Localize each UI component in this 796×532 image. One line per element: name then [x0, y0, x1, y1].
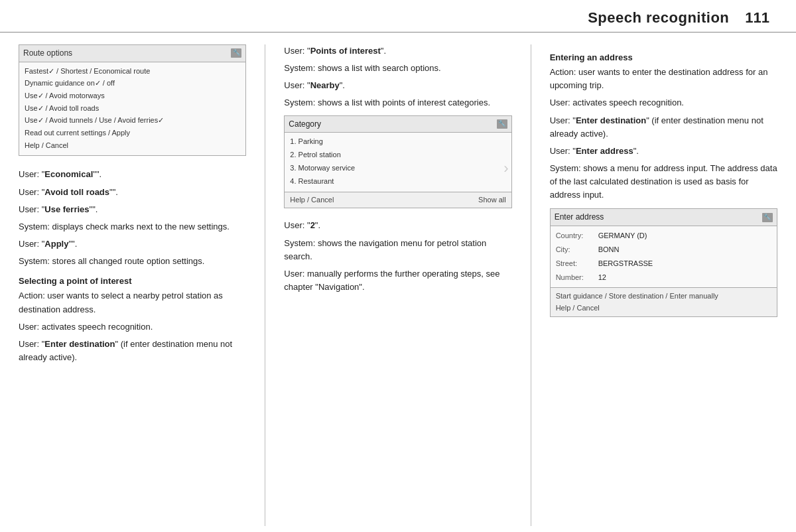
category-footer-left: Help / Cancel [290, 194, 334, 206]
route-option-item: Dynamic guidance on✓ / off [25, 77, 240, 90]
col3-paragraphs: Action: user wants to enter the destinat… [550, 66, 777, 202]
route-options-icon: 🔧 [231, 48, 241, 58]
col1-section-body: Action: user wants to select a nearby pe… [19, 289, 246, 364]
entering-address-heading: Entering an address [550, 51, 777, 64]
category-items: 1. Parking2. Petrol station3. Motorway s… [285, 133, 511, 192]
main-content: Route options 🔧 Fastest✓ / Shortest / Ec… [0, 33, 796, 526]
enter-address-box: Enter address 🔧 Country:GERMANY (D)City:… [550, 208, 777, 317]
col3-para: Action: user wants to enter the destinat… [550, 66, 777, 92]
category-label: Category [289, 118, 321, 131]
col1-section-para: User: "Enter destination" (if enter dest… [19, 338, 246, 364]
col2-top-para: System: shows a list with points of inte… [284, 96, 511, 109]
address-field-value: BERGSTRASSE [598, 257, 653, 271]
address-row: Country:GERMANY (D) [556, 229, 771, 243]
col1-section-para: Action: user wants to select a nearby pe… [19, 289, 246, 316]
selecting-poi-heading: Selecting a point of interest [19, 275, 246, 288]
page-number: 111 [745, 9, 769, 27]
column-1: Route options 🔧 Fastest✓ / Shortest / Ec… [0, 44, 265, 526]
col1-para: User: "Apply"". [19, 237, 246, 251]
address-field-label: City: [556, 243, 590, 257]
col1-para: System: stores all changed route option … [19, 255, 246, 268]
col2-bottom-para: User: "2". [284, 219, 511, 232]
address-row: Number:12 [556, 271, 771, 285]
category-footer: Help / Cancel Show all [285, 192, 511, 208]
address-row: Street:BERGSTRASSE [556, 257, 771, 271]
category-footer-right: Show all [478, 194, 506, 206]
address-field-label: Street: [556, 257, 590, 271]
col1-para: System: displays check marks next to the… [19, 220, 246, 233]
category-icon: 🔧 [497, 119, 507, 129]
address-footer: Start guidance / Store destination / Ent… [551, 287, 777, 316]
column-2: User: "Points of interest".System: shows… [265, 44, 531, 526]
col3-para: User: "Enter address". [550, 145, 777, 158]
col1-para: User: "Economical"". [19, 168, 246, 181]
route-option-item: Use✓ / Avoid tunnels / Use / Avoid ferri… [25, 114, 240, 127]
category-arrow-icon: › [503, 157, 508, 180]
col1-para: User: "Avoid toll roads"". [19, 186, 246, 199]
col1-para: User: "Use ferries"". [19, 203, 246, 216]
col2-top-paragraphs: User: "Points of interest".System: shows… [284, 44, 511, 110]
route-options-title: Route options 🔧 [19, 45, 245, 62]
address-field-label: Number: [556, 271, 590, 285]
category-item: 3. Motorway service [290, 162, 505, 175]
col2-bottom-paragraphs: User: "2".System: shows the navigation m… [284, 219, 511, 294]
col3-para: User: "Enter destination" (if enter dest… [550, 114, 777, 141]
route-options-label: Route options [23, 47, 72, 60]
col2-bottom-para: System: shows the navigation menu for pe… [284, 237, 511, 263]
address-field-value: GERMANY (D) [598, 229, 647, 243]
category-item: 4. Restaurant [290, 175, 505, 188]
route-option-item: Fastest✓ / Shortest / Economical route [25, 65, 240, 78]
route-option-item: Read out current settings / Apply [25, 127, 240, 139]
col2-top-para: System: shows a list with search options… [284, 62, 511, 75]
col1-paragraphs: User: "Economical"".User: "Avoid toll ro… [19, 168, 246, 268]
address-field-value: BONN [598, 243, 620, 257]
col3-para: User: activates speech recognition. [550, 96, 777, 109]
route-option-item: Help / Cancel [25, 139, 240, 152]
route-options-items: Fastest✓ / Shortest / Economical routeDy… [19, 62, 245, 156]
route-option-item: Use✓ / Avoid toll roads [25, 102, 240, 115]
column-3: Entering an address Action: user wants t… [531, 44, 796, 526]
page-header: Speech recognition 111 [0, 0, 796, 33]
page-title: Speech recognition [588, 9, 729, 27]
address-field-label: Country: [556, 229, 590, 243]
route-option-item: Use✓ / Avoid motorways [25, 90, 240, 102]
address-row: City:BONN [556, 243, 771, 257]
col1-section-para: User: activates speech recognition. [19, 320, 246, 334]
category-box: Category 🔧 1. Parking2. Petrol station3.… [284, 115, 511, 209]
col3-para: System: shows a menu for address input. … [550, 162, 777, 202]
col2-top-para: User: "Nearby". [284, 79, 511, 92]
address-field-value: 12 [598, 271, 606, 285]
route-options-box: Route options 🔧 Fastest✓ / Shortest / Ec… [19, 44, 246, 156]
col2-bottom-para: User: manually performs the further oper… [284, 267, 511, 294]
address-rows: Country:GERMANY (D)City:BONNStreet:BERGS… [551, 226, 777, 287]
category-box-title: Category 🔧 [285, 116, 511, 133]
address-box-title: Enter address 🔧 [551, 209, 777, 226]
category-item: 1. Parking [290, 135, 505, 149]
col2-top-para: User: "Points of interest". [284, 44, 511, 58]
address-box-label: Enter address [555, 211, 604, 224]
category-item: 2. Petrol station [290, 149, 505, 162]
address-box-icon: 🔧 [762, 213, 773, 222]
